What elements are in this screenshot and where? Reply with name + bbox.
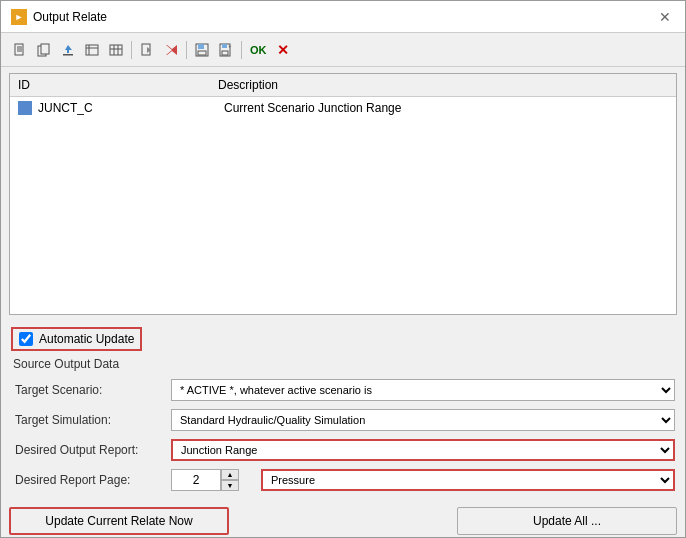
auto-update-row: Automatic Update [11,327,142,351]
toolbar: + OK ✕ [1,33,685,67]
svg-rect-24 [222,51,228,55]
saveas-button[interactable]: + [215,39,237,61]
spin-down-button[interactable]: ▼ [221,480,239,491]
source-output-data-label: Source Output Data [11,357,675,371]
table-scroll: JUNCT_C Current Scenario Junction Range [10,97,676,314]
svg-text:+: + [228,43,232,49]
svg-rect-9 [86,45,98,55]
svg-rect-21 [198,51,206,55]
desired-output-report-select[interactable]: Junction Range [171,439,675,461]
table-row[interactable]: JUNCT_C Current Scenario Junction Range [10,97,676,119]
row-icon [18,101,32,115]
table-area: ID Description JUNCT_C Current Scenario … [9,73,677,315]
copy-button[interactable] [33,39,55,61]
spinner-buttons: ▲ ▼ [221,469,239,491]
target-scenario-control: * ACTIVE *, whatever active scenario is [171,379,675,401]
svg-rect-12 [110,45,122,55]
svg-rect-20 [198,44,204,49]
target-simulation-row: Target Simulation: Standard Hydraulic/Qu… [11,407,675,433]
target-simulation-select[interactable]: Standard Hydraulic/Quality Simulation [171,409,675,431]
update-current-button[interactable]: Update Current Relate Now [9,507,229,535]
svg-rect-5 [41,44,49,54]
col-desc-header: Description [218,78,668,92]
close-button[interactable]: ✕ [655,8,675,26]
desired-output-report-label: Desired Output Report: [11,443,171,457]
desired-report-page-row: Desired Report Page: ▲ ▼ Pressure [11,467,675,493]
pressure-select-wrap: Pressure [261,469,675,491]
toolbar-separator [131,41,132,59]
new-button[interactable] [9,39,31,61]
properties-button[interactable] [81,39,103,61]
table-button[interactable] [105,39,127,61]
ok-button[interactable]: OK [246,42,271,58]
page-input-group: ▲ ▼ [171,469,251,491]
save-button[interactable] [191,39,213,61]
svg-rect-8 [63,54,73,56]
pressure-select[interactable]: Pressure [261,469,675,491]
target-scenario-label: Target Scenario: [11,383,171,397]
spin-up-button[interactable]: ▲ [221,469,239,480]
window-title: Output Relate [33,10,107,24]
row-description: Current Scenario Junction Range [224,101,668,115]
cancel-button[interactable]: ✕ [273,40,293,60]
toolbar-separator2 [186,41,187,59]
delete-button[interactable] [160,39,182,61]
window-icon: ► [11,9,27,25]
desired-report-page-label: Desired Report Page: [11,473,171,487]
desired-output-report-control: Junction Range [171,439,675,461]
svg-rect-7 [67,50,69,53]
import-button[interactable] [57,39,79,61]
desired-output-report-row: Desired Output Report: Junction Range [11,437,675,463]
table-header: ID Description [10,74,676,97]
svg-rect-23 [222,44,227,48]
row-id: JUNCT_C [38,101,224,115]
title-bar-left: ► Output Relate [11,9,107,25]
footer-buttons: Update Current Relate Now Update All ... [1,501,685,537]
col-id-header: ID [18,78,218,92]
toolbar-separator3 [241,41,242,59]
target-simulation-control: Standard Hydraulic/Quality Simulation [171,409,675,431]
svg-marker-6 [65,45,72,50]
report-page-input[interactable] [171,469,221,491]
auto-update-checkbox[interactable] [19,332,33,346]
update-all-button[interactable]: Update All ... [457,507,677,535]
target-simulation-label: Target Simulation: [11,413,171,427]
export-button[interactable] [136,39,158,61]
target-scenario-select[interactable]: * ACTIVE *, whatever active scenario is [171,379,675,401]
auto-update-label: Automatic Update [39,332,134,346]
bottom-area: Automatic Update Source Output Data Targ… [1,321,685,501]
title-bar: ► Output Relate ✕ [1,1,685,33]
output-relate-window: ► Output Relate ✕ [0,0,686,538]
svg-marker-18 [166,45,177,55]
target-scenario-row: Target Scenario: * ACTIVE *, whatever ac… [11,377,675,403]
